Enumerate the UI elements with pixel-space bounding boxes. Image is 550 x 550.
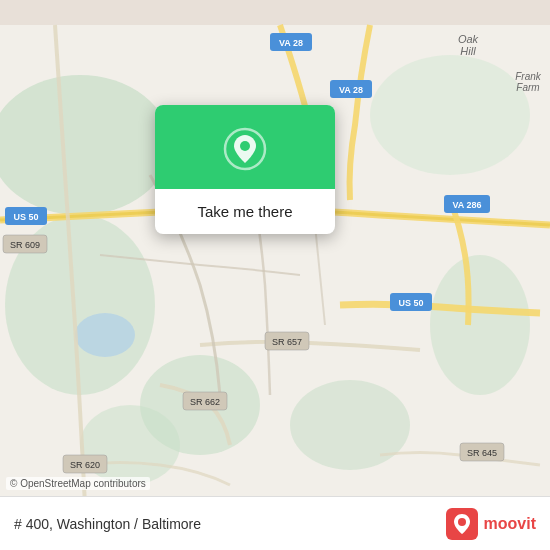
svg-text:VA 28: VA 28 [339, 85, 363, 95]
svg-text:US 50: US 50 [13, 212, 38, 222]
popup-card: Take me there [155, 105, 335, 234]
moovit-logo: moovit [446, 508, 536, 540]
svg-text:Hill: Hill [460, 45, 476, 57]
svg-text:SR 657: SR 657 [272, 337, 302, 347]
location-pin-icon [223, 127, 267, 171]
svg-text:US 50: US 50 [398, 298, 423, 308]
svg-point-5 [430, 255, 530, 395]
svg-text:VA 28: VA 28 [279, 38, 303, 48]
svg-text:SR 645: SR 645 [467, 448, 497, 458]
moovit-text: moovit [484, 515, 536, 533]
take-me-there-button[interactable]: Take me there [155, 189, 335, 234]
map-container: US 50 VA 28 VA 28 VA 286 SR 609 US 50 SR… [0, 0, 550, 550]
svg-text:SR 620: SR 620 [70, 460, 100, 470]
svg-point-36 [458, 518, 466, 526]
svg-point-6 [290, 380, 410, 470]
svg-text:SR 609: SR 609 [10, 240, 40, 250]
svg-text:Farm: Farm [516, 82, 539, 93]
map-background: US 50 VA 28 VA 28 VA 286 SR 609 US 50 SR… [0, 0, 550, 550]
bottom-bar: # 400, Washington / Baltimore moovit [0, 496, 550, 550]
attribution-text: © OpenStreetMap contributors [10, 478, 146, 489]
svg-text:Frank: Frank [515, 71, 542, 82]
popup-icon-area [155, 105, 335, 189]
svg-text:VA 286: VA 286 [452, 200, 481, 210]
address-text: # 400, Washington / Baltimore [14, 516, 201, 532]
map-attribution: © OpenStreetMap contributors [6, 477, 150, 490]
svg-text:Oak: Oak [458, 33, 479, 45]
moovit-logo-icon [446, 508, 478, 540]
svg-text:SR 662: SR 662 [190, 397, 220, 407]
svg-point-34 [240, 141, 250, 151]
svg-point-4 [370, 55, 530, 175]
svg-point-8 [75, 313, 135, 357]
